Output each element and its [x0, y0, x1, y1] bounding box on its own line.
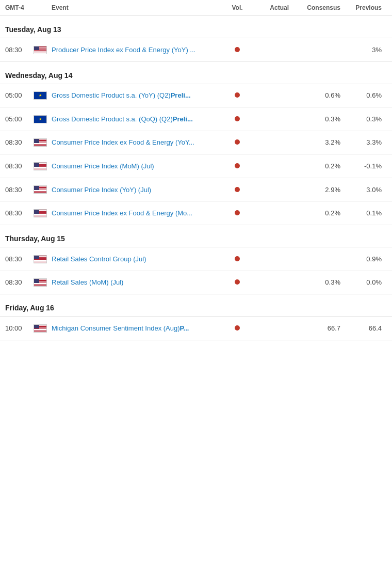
- day-section: Tuesday, Aug 1308:30Producer Price Index…: [0, 16, 392, 62]
- event-time: 08:30: [5, 255, 34, 263]
- consensus-value: 3.2%: [289, 138, 340, 146]
- calendar-body: Tuesday, Aug 1308:30Producer Price Index…: [0, 16, 392, 340]
- event-name[interactable]: Consumer Price Index (MoM) (Jul): [52, 162, 227, 170]
- previous-value: 66.4: [340, 324, 387, 332]
- event-time: 05:00: [5, 91, 34, 99]
- table-row: 08:30Consumer Price Index (YoY) (Jul)2.9…: [0, 178, 392, 201]
- event-name[interactable]: Consumer Price Index ex Food & Energy (M…: [52, 209, 227, 217]
- consensus-value: 2.9%: [289, 186, 340, 194]
- event-name[interactable]: Producer Price Index ex Food & Energy (Y…: [52, 46, 227, 54]
- consensus-value: 0.2%: [289, 162, 340, 170]
- day-header: Thursday, Aug 15: [0, 225, 392, 247]
- vol-indicator: [227, 324, 248, 332]
- vol-indicator: [227, 46, 248, 54]
- table-row: 05:00★Gross Domestic Product s.a. (QoQ) …: [0, 107, 392, 131]
- previous-value: 0.6%: [340, 91, 387, 99]
- previous-value: -0.1%: [340, 162, 387, 170]
- event-time: 08:30: [5, 138, 34, 146]
- consensus-value: 0.6%: [289, 91, 340, 99]
- event-name[interactable]: Consumer Price Index ex Food & Energy (Y…: [52, 138, 227, 146]
- consensus-value: 66.7: [289, 324, 340, 332]
- day-section: Thursday, Aug 1508:30Retail Sales Contro…: [0, 225, 392, 294]
- table-row: 08:30Consumer Price Index ex Food & Ener…: [0, 131, 392, 154]
- day-section: Friday, Aug 1610:00Michigan Consumer Sen…: [0, 294, 392, 340]
- vol-indicator: [227, 255, 248, 263]
- previous-value: 0.1%: [340, 209, 387, 217]
- day-section: Wednesday, Aug 1405:00★Gross Domestic Pr…: [0, 62, 392, 225]
- flag-us-icon: [34, 324, 47, 333]
- event-time: 08:30: [5, 278, 34, 286]
- event-name[interactable]: Retail Sales Control Group (Jul): [52, 255, 227, 263]
- vol-indicator: [227, 209, 248, 217]
- volatility-dot: [235, 279, 240, 285]
- header-row: GMT-4 Event Vol. Actual Consensus Previo…: [0, 0, 392, 16]
- volatility-dot: [235, 187, 240, 192]
- vol-indicator: [227, 186, 248, 194]
- header-timezone: GMT-4: [5, 4, 34, 11]
- event-time: 08:30: [5, 209, 34, 217]
- table-row: 08:30Consumer Price Index ex Food & Ener…: [0, 201, 392, 225]
- event-time: 10:00: [5, 324, 34, 332]
- table-row: 08:30Producer Price Index ex Food & Ener…: [0, 38, 392, 62]
- table-row: 10:00Michigan Consumer Sentiment Index (…: [0, 316, 392, 340]
- event-time: 08:30: [5, 46, 34, 54]
- volatility-dot: [235, 256, 240, 261]
- volatility-dot: [235, 210, 240, 215]
- volatility-dot: [235, 116, 240, 121]
- flag-eu-icon: ★: [34, 115, 47, 123]
- consensus-value: 0.3%: [289, 278, 340, 286]
- flag-us-icon: [34, 162, 47, 170]
- header-consensus: Consensus: [289, 4, 340, 11]
- vol-indicator: [227, 278, 248, 286]
- day-header: Wednesday, Aug 14: [0, 62, 392, 84]
- flag-us-icon: [34, 138, 47, 147]
- header-event: Event: [52, 4, 227, 11]
- vol-indicator: [227, 162, 248, 170]
- flag-us-icon: [34, 185, 47, 194]
- previous-value: 0.3%: [340, 115, 387, 123]
- vol-indicator: [227, 115, 248, 123]
- header-actual: Actual: [248, 4, 289, 11]
- day-header: Friday, Aug 16: [0, 294, 392, 316]
- previous-value: 3.0%: [340, 186, 387, 194]
- flag-us-icon: [34, 209, 47, 217]
- table-row: 08:30Retail Sales Control Group (Jul)0.9…: [0, 247, 392, 271]
- consensus-value: 0.2%: [289, 209, 340, 217]
- flag-us-icon: [34, 255, 47, 263]
- vol-indicator: [227, 138, 248, 146]
- flag-us-icon: [34, 278, 47, 287]
- event-name[interactable]: Gross Domestic Product s.a. (QoQ) (Q2)Pr…: [52, 115, 227, 123]
- vol-indicator: [227, 91, 248, 99]
- volatility-dot: [235, 163, 240, 168]
- day-header: Tuesday, Aug 13: [0, 16, 392, 38]
- header-vol: Vol.: [227, 4, 248, 11]
- event-name[interactable]: Consumer Price Index (YoY) (Jul): [52, 186, 227, 194]
- event-name[interactable]: Gross Domestic Product s.a. (YoY) (Q2)Pr…: [52, 91, 227, 99]
- volatility-dot: [235, 92, 240, 98]
- event-name[interactable]: Retail Sales (MoM) (Jul): [52, 278, 227, 286]
- event-name[interactable]: Michigan Consumer Sentiment Index (Aug)P…: [52, 324, 227, 332]
- event-time: 08:30: [5, 186, 34, 194]
- volatility-dot: [235, 47, 240, 52]
- event-time: 05:00: [5, 115, 34, 123]
- header-previous: Previous: [340, 4, 387, 11]
- event-time: 08:30: [5, 162, 34, 170]
- previous-value: 0.9%: [340, 255, 387, 263]
- previous-value: 3.3%: [340, 138, 387, 146]
- volatility-dot: [235, 139, 240, 145]
- previous-value: 3%: [340, 46, 387, 54]
- table-row: 05:00★Gross Domestic Product s.a. (YoY) …: [0, 84, 392, 107]
- flag-eu-icon: ★: [34, 91, 47, 100]
- table-row: 08:30Consumer Price Index (MoM) (Jul)0.2…: [0, 154, 392, 178]
- consensus-value: 0.3%: [289, 115, 340, 123]
- table-row: 08:30Retail Sales (MoM) (Jul)0.3%0.0%: [0, 271, 392, 295]
- flag-us-icon: [34, 46, 47, 54]
- previous-value: 0.0%: [340, 278, 387, 286]
- volatility-dot: [235, 325, 240, 331]
